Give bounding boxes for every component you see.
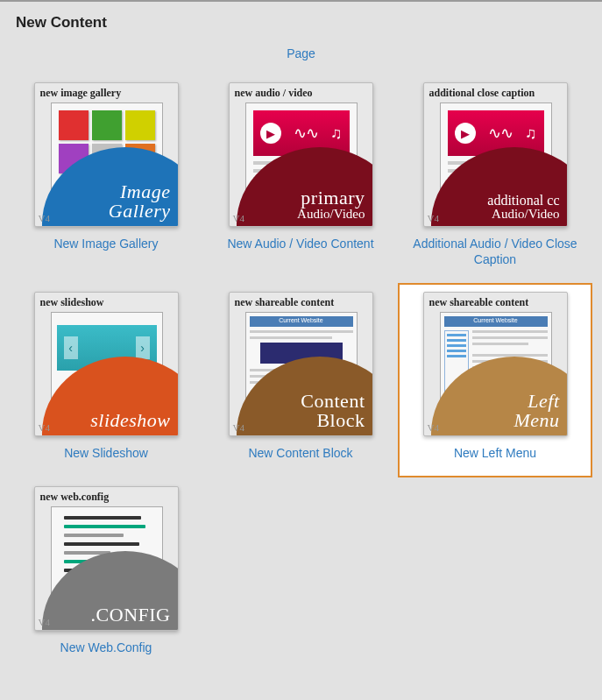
leftmenu-blob-text: Left Menu <box>513 392 559 430</box>
version-tag: V4 <box>233 213 244 223</box>
caption-left-menu[interactable]: New Left Menu <box>408 445 582 461</box>
caption-content-block[interactable]: New Content Block <box>214 445 387 461</box>
tile-title: new web.config <box>40 491 173 504</box>
gallery-blob-text: Image Gallery <box>109 182 171 221</box>
version-tag: V4 <box>39 422 50 433</box>
tile-title: new image gallery <box>40 87 173 100</box>
version-tag: V4 <box>428 422 439 433</box>
chevron-right-icon: › <box>136 336 150 359</box>
dialog-header: New Content <box>0 2 602 40</box>
caption-web-config[interactable]: New Web.Config <box>19 640 193 655</box>
tile-title: new audio / video <box>235 87 367 100</box>
tile-slideshow[interactable]: new slideshow ‹› ● ● ● ● ● slideshow V4 <box>34 292 179 436</box>
tile-audio-video[interactable]: new audio / video ▶∿∿♫ primary Audio/Vid… <box>229 82 373 227</box>
page-link[interactable]: Page <box>287 46 315 60</box>
cell-audio-video: new audio / video ▶∿∿♫ primary Audio/Vid… <box>203 74 398 283</box>
cell-close-caption: additional close caption ▶∿∿♫ additional… <box>398 74 592 283</box>
content-grid: new image gallery Image Gallery V4 New I… <box>0 74 602 671</box>
tile-content-block[interactable]: new shareable content Current Website Co… <box>229 292 373 436</box>
play-icon: ▶ <box>455 123 476 144</box>
cblock-blob-text: Content Block <box>301 392 365 430</box>
config-blob-text: .CONFIG <box>91 605 171 625</box>
chevron-left-icon: ‹ <box>64 336 78 359</box>
dialog-title: New Content <box>16 14 586 32</box>
version-tag: V4 <box>428 213 439 223</box>
cell-left-menu: new shareable content Current Website Le… <box>398 283 592 477</box>
page-link-row: Page <box>0 46 602 61</box>
cell-image-gallery: new image gallery Image Gallery V4 New I… <box>9 74 203 283</box>
music-note-icon: ♫ <box>525 124 537 143</box>
tile-close-caption[interactable]: additional close caption ▶∿∿♫ additional… <box>423 82 568 227</box>
tile-image-gallery[interactable]: new image gallery Image Gallery V4 <box>34 82 179 227</box>
tile-title: new shareable content <box>429 296 562 309</box>
tile-web-config[interactable]: new web.config .CONFIG <box>34 486 179 631</box>
cell-content-block: new shareable content Current Website Co… <box>203 283 398 477</box>
version-tag: V4 <box>233 422 244 433</box>
cc-blob-text: additional cc Audio/Video <box>487 194 559 221</box>
tile-title: additional close caption <box>429 87 562 100</box>
play-icon: ▶ <box>260 123 281 144</box>
version-tag: V4 <box>39 213 50 223</box>
caption-image-gallery[interactable]: New Image Gallery <box>19 236 193 251</box>
tile-title: new slideshow <box>40 296 173 309</box>
tile-title: new shareable content <box>235 296 367 309</box>
cell-slideshow: new slideshow ‹› ● ● ● ● ● slideshow V4 … <box>9 283 203 477</box>
caption-audio-video[interactable]: New Audio / Video Content <box>214 236 387 251</box>
cell-web-config: new web.config .CONFIG <box>9 477 203 671</box>
caption-slideshow[interactable]: New Slideshow <box>19 445 193 461</box>
tile-left-menu[interactable]: new shareable content Current Website Le… <box>423 292 568 436</box>
version-tag: V4 <box>39 617 50 627</box>
music-note-icon: ♫ <box>330 124 343 143</box>
slideshow-blob-text: slideshow <box>90 411 170 430</box>
av-blob-text: primary Audio/Video <box>297 188 365 221</box>
caption-close-caption[interactable]: Additional Audio / Video Close Caption <box>408 236 582 267</box>
